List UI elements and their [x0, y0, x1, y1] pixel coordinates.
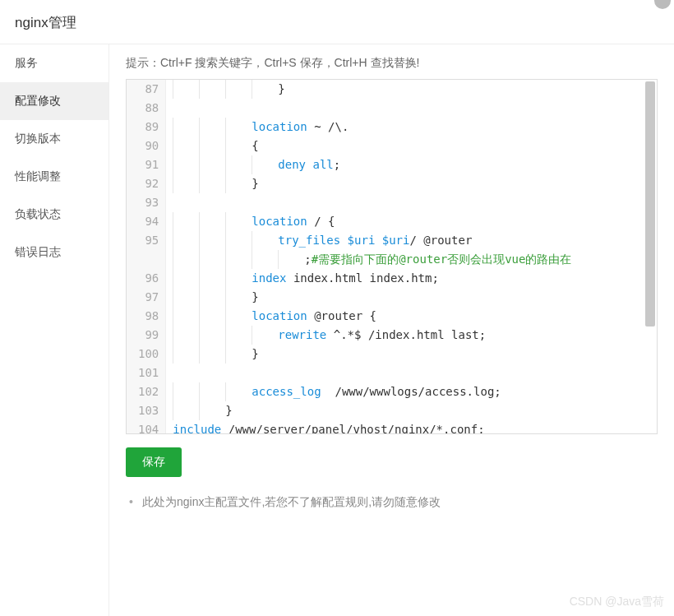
code-line[interactable]: } — [173, 288, 650, 307]
notes: 此处为nginx主配置文件,若您不了解配置规则,请勿随意修改 — [126, 495, 658, 510]
sidebar-item-2[interactable]: 切换版本 — [0, 120, 108, 158]
sidebar-item-5[interactable]: 错误日志 — [0, 234, 108, 271]
code-line[interactable]: } — [173, 80, 650, 99]
watermark: CSDN @Java雪荷 — [570, 595, 664, 609]
code-line[interactable]: ;#需要指向下面的@router否则会出现vue的路由在 — [173, 250, 650, 269]
main-container: 服务配置修改切换版本性能调整负载状态错误日志 提示：Ctrl+F 搜索关键字，C… — [0, 44, 674, 616]
code-line[interactable]: try_files $uri $uri/ @router — [173, 231, 650, 250]
sidebar-item-3[interactable]: 性能调整 — [0, 158, 108, 196]
page-title: nginx管理 — [0, 0, 674, 44]
code-line[interactable]: index index.html index.htm; — [173, 269, 650, 288]
code-line[interactable] — [173, 364, 650, 382]
code-line[interactable]: access_log /www/wwwlogs/access.log; — [173, 382, 650, 401]
code-line[interactable]: { — [173, 137, 650, 155]
code-line[interactable] — [173, 193, 650, 212]
code-line[interactable]: } — [173, 345, 650, 364]
sidebar-item-4[interactable]: 负载状态 — [0, 196, 108, 234]
note-item: 此处为nginx主配置文件,若您不了解配置规则,请勿随意修改 — [126, 495, 658, 510]
code-line[interactable] — [173, 99, 650, 118]
code-line[interactable]: location @router { — [173, 307, 650, 326]
code-line[interactable]: } — [173, 174, 650, 193]
code-line[interactable]: } — [173, 401, 650, 420]
sidebar-item-0[interactable]: 服务 — [0, 44, 108, 82]
code-line[interactable]: deny all; — [173, 155, 650, 174]
scrollbar-vertical[interactable] — [645, 81, 655, 432]
main-panel: 提示：Ctrl+F 搜索关键字，Ctrl+S 保存，Ctrl+H 查找替换! 8… — [109, 44, 674, 616]
code-content[interactable]: }location ~ /\.{deny all;}location / {tr… — [166, 80, 657, 433]
code-line[interactable]: include /www/server/panel/vhost/nginx/*.… — [173, 420, 650, 433]
save-button[interactable]: 保存 — [126, 447, 182, 477]
code-line[interactable]: location ~ /\. — [173, 118, 650, 137]
sidebar: 服务配置修改切换版本性能调整负载状态错误日志 — [0, 44, 109, 616]
hint-text: 提示：Ctrl+F 搜索关键字，Ctrl+S 保存，Ctrl+H 查找替换! — [126, 56, 658, 71]
line-gutter: 8788899091929394959697989910010110210310… — [127, 80, 166, 433]
code-line[interactable]: location / { — [173, 212, 650, 231]
code-editor[interactable]: 8788899091929394959697989910010110210310… — [126, 79, 658, 434]
code-line[interactable]: rewrite ^.*$ /index.html last; — [173, 326, 650, 345]
scrollbar-thumb[interactable] — [645, 81, 655, 327]
sidebar-item-1[interactable]: 配置修改 — [0, 82, 108, 120]
